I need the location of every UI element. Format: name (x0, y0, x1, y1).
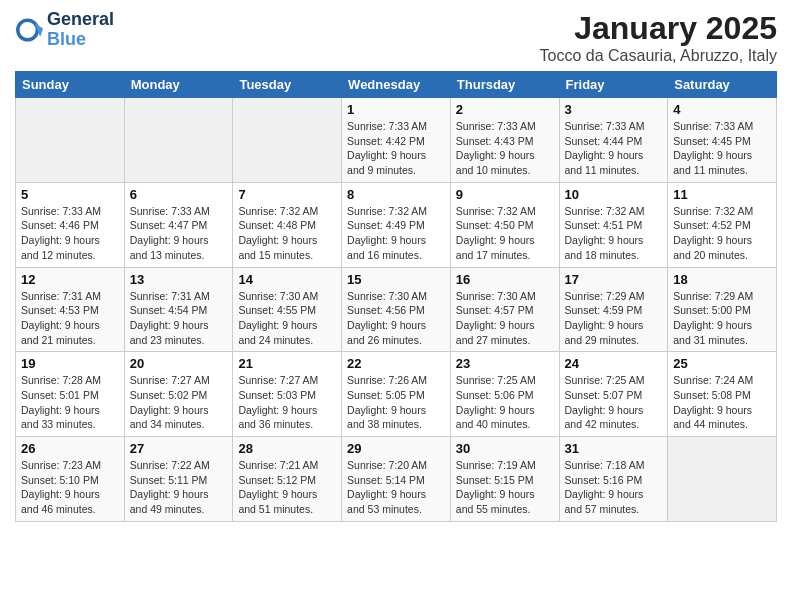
weekday-thursday: Thursday (450, 72, 559, 98)
day-number: 27 (130, 441, 228, 456)
calendar-cell: 2Sunrise: 7:33 AM Sunset: 4:43 PM Daylig… (450, 98, 559, 183)
day-info: Sunrise: 7:32 AM Sunset: 4:52 PM Dayligh… (673, 204, 771, 263)
day-info: Sunrise: 7:25 AM Sunset: 5:07 PM Dayligh… (565, 373, 663, 432)
logo-text: General Blue (47, 10, 114, 50)
day-number: 15 (347, 272, 445, 287)
day-info: Sunrise: 7:30 AM Sunset: 4:56 PM Dayligh… (347, 289, 445, 348)
day-number: 26 (21, 441, 119, 456)
header-row: General Blue January 2025 Tocco da Casau… (15, 10, 777, 65)
day-info: Sunrise: 7:33 AM Sunset: 4:44 PM Dayligh… (565, 119, 663, 178)
day-info: Sunrise: 7:19 AM Sunset: 5:15 PM Dayligh… (456, 458, 554, 517)
calendar-cell: 3Sunrise: 7:33 AM Sunset: 4:44 PM Daylig… (559, 98, 668, 183)
logo-line2: Blue (47, 30, 114, 50)
day-number: 20 (130, 356, 228, 371)
day-number: 28 (238, 441, 336, 456)
calendar-cell: 11Sunrise: 7:32 AM Sunset: 4:52 PM Dayli… (668, 182, 777, 267)
calendar-cell: 27Sunrise: 7:22 AM Sunset: 5:11 PM Dayli… (124, 437, 233, 522)
day-number: 10 (565, 187, 663, 202)
calendar-cell: 19Sunrise: 7:28 AM Sunset: 5:01 PM Dayli… (16, 352, 125, 437)
day-number: 24 (565, 356, 663, 371)
calendar-cell (124, 98, 233, 183)
calendar-cell: 5Sunrise: 7:33 AM Sunset: 4:46 PM Daylig… (16, 182, 125, 267)
calendar-cell: 21Sunrise: 7:27 AM Sunset: 5:03 PM Dayli… (233, 352, 342, 437)
calendar-table: Sunday Monday Tuesday Wednesday Thursday… (15, 71, 777, 522)
logo: General Blue (15, 10, 114, 50)
calendar-cell (668, 437, 777, 522)
weekday-wednesday: Wednesday (342, 72, 451, 98)
day-info: Sunrise: 7:18 AM Sunset: 5:16 PM Dayligh… (565, 458, 663, 517)
calendar-cell: 29Sunrise: 7:20 AM Sunset: 5:14 PM Dayli… (342, 437, 451, 522)
day-number: 18 (673, 272, 771, 287)
day-info: Sunrise: 7:33 AM Sunset: 4:47 PM Dayligh… (130, 204, 228, 263)
calendar-cell: 9Sunrise: 7:32 AM Sunset: 4:50 PM Daylig… (450, 182, 559, 267)
day-number: 12 (21, 272, 119, 287)
page-container: General Blue January 2025 Tocco da Casau… (0, 0, 792, 527)
calendar-cell: 8Sunrise: 7:32 AM Sunset: 4:49 PM Daylig… (342, 182, 451, 267)
day-number: 14 (238, 272, 336, 287)
calendar-cell: 4Sunrise: 7:33 AM Sunset: 4:45 PM Daylig… (668, 98, 777, 183)
calendar-week-3: 19Sunrise: 7:28 AM Sunset: 5:01 PM Dayli… (16, 352, 777, 437)
day-info: Sunrise: 7:30 AM Sunset: 4:57 PM Dayligh… (456, 289, 554, 348)
title-block: January 2025 Tocco da Casauria, Abruzzo,… (540, 10, 777, 65)
calendar-cell: 22Sunrise: 7:26 AM Sunset: 5:05 PM Dayli… (342, 352, 451, 437)
day-number: 7 (238, 187, 336, 202)
calendar-cell: 6Sunrise: 7:33 AM Sunset: 4:47 PM Daylig… (124, 182, 233, 267)
day-info: Sunrise: 7:22 AM Sunset: 5:11 PM Dayligh… (130, 458, 228, 517)
day-info: Sunrise: 7:32 AM Sunset: 4:49 PM Dayligh… (347, 204, 445, 263)
calendar-cell: 28Sunrise: 7:21 AM Sunset: 5:12 PM Dayli… (233, 437, 342, 522)
day-info: Sunrise: 7:31 AM Sunset: 4:53 PM Dayligh… (21, 289, 119, 348)
calendar-cell (16, 98, 125, 183)
weekday-tuesday: Tuesday (233, 72, 342, 98)
day-info: Sunrise: 7:25 AM Sunset: 5:06 PM Dayligh… (456, 373, 554, 432)
svg-point-0 (18, 20, 38, 40)
location-title: Tocco da Casauria, Abruzzo, Italy (540, 47, 777, 65)
day-number: 1 (347, 102, 445, 117)
day-number: 5 (21, 187, 119, 202)
day-number: 21 (238, 356, 336, 371)
day-info: Sunrise: 7:27 AM Sunset: 5:03 PM Dayligh… (238, 373, 336, 432)
weekday-sunday: Sunday (16, 72, 125, 98)
calendar-cell: 7Sunrise: 7:32 AM Sunset: 4:48 PM Daylig… (233, 182, 342, 267)
day-info: Sunrise: 7:33 AM Sunset: 4:45 PM Dayligh… (673, 119, 771, 178)
calendar-cell: 1Sunrise: 7:33 AM Sunset: 4:42 PM Daylig… (342, 98, 451, 183)
weekday-row: Sunday Monday Tuesday Wednesday Thursday… (16, 72, 777, 98)
calendar-week-4: 26Sunrise: 7:23 AM Sunset: 5:10 PM Dayli… (16, 437, 777, 522)
weekday-friday: Friday (559, 72, 668, 98)
day-info: Sunrise: 7:30 AM Sunset: 4:55 PM Dayligh… (238, 289, 336, 348)
day-info: Sunrise: 7:28 AM Sunset: 5:01 PM Dayligh… (21, 373, 119, 432)
day-info: Sunrise: 7:29 AM Sunset: 4:59 PM Dayligh… (565, 289, 663, 348)
calendar-cell: 18Sunrise: 7:29 AM Sunset: 5:00 PM Dayli… (668, 267, 777, 352)
calendar-week-2: 12Sunrise: 7:31 AM Sunset: 4:53 PM Dayli… (16, 267, 777, 352)
day-info: Sunrise: 7:33 AM Sunset: 4:42 PM Dayligh… (347, 119, 445, 178)
calendar-week-0: 1Sunrise: 7:33 AM Sunset: 4:42 PM Daylig… (16, 98, 777, 183)
calendar-header: Sunday Monday Tuesday Wednesday Thursday… (16, 72, 777, 98)
day-number: 19 (21, 356, 119, 371)
calendar-cell: 20Sunrise: 7:27 AM Sunset: 5:02 PM Dayli… (124, 352, 233, 437)
logo-line1: General (47, 10, 114, 30)
calendar-cell: 16Sunrise: 7:30 AM Sunset: 4:57 PM Dayli… (450, 267, 559, 352)
day-number: 17 (565, 272, 663, 287)
day-number: 2 (456, 102, 554, 117)
day-info: Sunrise: 7:21 AM Sunset: 5:12 PM Dayligh… (238, 458, 336, 517)
calendar-cell: 26Sunrise: 7:23 AM Sunset: 5:10 PM Dayli… (16, 437, 125, 522)
day-number: 22 (347, 356, 445, 371)
day-number: 29 (347, 441, 445, 456)
day-info: Sunrise: 7:33 AM Sunset: 4:43 PM Dayligh… (456, 119, 554, 178)
calendar-cell: 30Sunrise: 7:19 AM Sunset: 5:15 PM Dayli… (450, 437, 559, 522)
calendar-body: 1Sunrise: 7:33 AM Sunset: 4:42 PM Daylig… (16, 98, 777, 522)
calendar-cell (233, 98, 342, 183)
day-number: 30 (456, 441, 554, 456)
day-number: 25 (673, 356, 771, 371)
calendar-cell: 15Sunrise: 7:30 AM Sunset: 4:56 PM Dayli… (342, 267, 451, 352)
day-info: Sunrise: 7:20 AM Sunset: 5:14 PM Dayligh… (347, 458, 445, 517)
calendar-cell: 13Sunrise: 7:31 AM Sunset: 4:54 PM Dayli… (124, 267, 233, 352)
calendar-cell: 25Sunrise: 7:24 AM Sunset: 5:08 PM Dayli… (668, 352, 777, 437)
day-info: Sunrise: 7:31 AM Sunset: 4:54 PM Dayligh… (130, 289, 228, 348)
day-number: 4 (673, 102, 771, 117)
calendar-cell: 31Sunrise: 7:18 AM Sunset: 5:16 PM Dayli… (559, 437, 668, 522)
day-info: Sunrise: 7:26 AM Sunset: 5:05 PM Dayligh… (347, 373, 445, 432)
day-number: 3 (565, 102, 663, 117)
day-info: Sunrise: 7:24 AM Sunset: 5:08 PM Dayligh… (673, 373, 771, 432)
calendar-cell: 14Sunrise: 7:30 AM Sunset: 4:55 PM Dayli… (233, 267, 342, 352)
day-number: 13 (130, 272, 228, 287)
